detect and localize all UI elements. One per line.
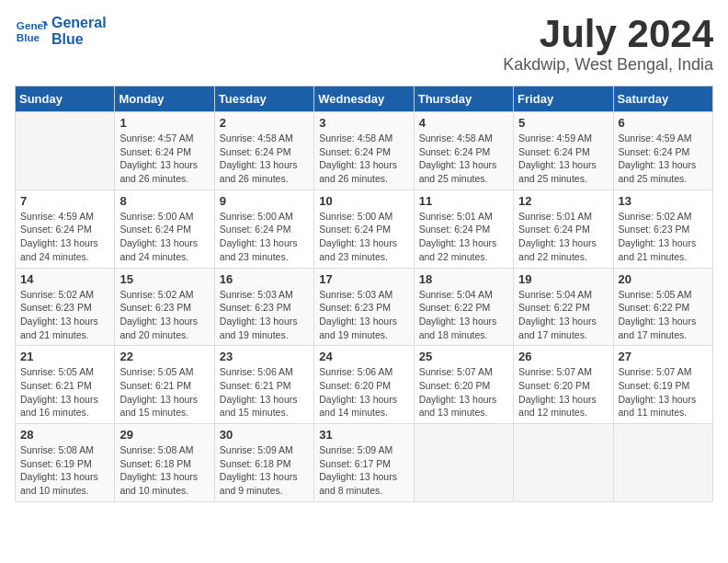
day-number: 11 <box>419 194 508 208</box>
day-number: 25 <box>419 350 508 363</box>
day-number: 27 <box>619 350 708 363</box>
day-number: 8 <box>119 194 209 208</box>
day-info: Sunrise: 4:58 AM Sunset: 6:24 PM Dayligh… <box>319 132 408 186</box>
day-number: 28 <box>20 428 109 442</box>
weekday-header-monday: Monday <box>115 86 214 112</box>
day-info: Sunrise: 5:02 AM Sunset: 6:23 PM Dayligh… <box>619 210 708 264</box>
day-number: 7 <box>20 194 109 208</box>
calendar-cell: 5Sunrise: 4:59 AM Sunset: 6:24 PM Daylig… <box>514 112 613 190</box>
day-number: 6 <box>619 116 708 130</box>
calendar-cell: 31Sunrise: 5:09 AM Sunset: 6:17 PM Dayli… <box>314 424 414 502</box>
svg-text:General: General <box>17 19 48 31</box>
day-number: 2 <box>220 116 309 130</box>
day-number: 1 <box>119 116 209 130</box>
day-number: 24 <box>319 350 408 363</box>
calendar-cell: 26Sunrise: 5:07 AM Sunset: 6:20 PM Dayli… <box>514 346 613 424</box>
calendar-cell: 11Sunrise: 5:01 AM Sunset: 6:24 PM Dayli… <box>414 190 513 268</box>
day-number: 15 <box>119 272 209 286</box>
day-info: Sunrise: 5:01 AM Sunset: 6:24 PM Dayligh… <box>518 210 608 264</box>
calendar-cell: 14Sunrise: 5:02 AM Sunset: 6:23 PM Dayli… <box>16 268 115 346</box>
calendar-cell: 20Sunrise: 5:05 AM Sunset: 6:22 PM Dayli… <box>613 268 712 346</box>
day-info: Sunrise: 5:00 AM Sunset: 6:24 PM Dayligh… <box>220 210 309 264</box>
calendar-week-row: 14Sunrise: 5:02 AM Sunset: 6:23 PM Dayli… <box>16 268 713 346</box>
day-info: Sunrise: 5:08 AM Sunset: 6:19 PM Dayligh… <box>20 443 109 498</box>
calendar-cell: 21Sunrise: 5:05 AM Sunset: 6:21 PM Dayli… <box>16 346 115 424</box>
calendar-cell <box>16 112 115 190</box>
day-info: Sunrise: 5:06 AM Sunset: 6:21 PM Dayligh… <box>220 365 309 419</box>
day-info: Sunrise: 5:06 AM Sunset: 6:20 PM Dayligh… <box>319 365 408 419</box>
calendar-cell: 16Sunrise: 5:03 AM Sunset: 6:23 PM Dayli… <box>214 268 313 346</box>
day-info: Sunrise: 5:04 AM Sunset: 6:22 PM Dayligh… <box>419 288 508 342</box>
title-block: July 2024 Kakdwip, West Bengal, India <box>503 15 713 75</box>
day-info: Sunrise: 4:59 AM Sunset: 6:24 PM Dayligh… <box>518 132 608 186</box>
calendar-cell: 8Sunrise: 5:00 AM Sunset: 6:24 PM Daylig… <box>115 190 214 268</box>
weekday-header-saturday: Saturday <box>613 86 712 112</box>
calendar-cell: 4Sunrise: 4:58 AM Sunset: 6:24 PM Daylig… <box>414 112 513 190</box>
calendar-cell: 27Sunrise: 5:07 AM Sunset: 6:19 PM Dayli… <box>613 346 712 424</box>
calendar-cell <box>613 424 712 502</box>
day-number: 13 <box>619 194 708 208</box>
calendar-cell: 28Sunrise: 5:08 AM Sunset: 6:19 PM Dayli… <box>16 424 115 502</box>
calendar-week-row: 7Sunrise: 4:59 AM Sunset: 6:24 PM Daylig… <box>16 190 713 268</box>
day-info: Sunrise: 4:58 AM Sunset: 6:24 PM Dayligh… <box>220 132 309 186</box>
weekday-header-tuesday: Tuesday <box>214 86 313 112</box>
weekday-header-sunday: Sunday <box>16 86 115 112</box>
day-info: Sunrise: 5:09 AM Sunset: 6:17 PM Dayligh… <box>319 443 408 498</box>
weekday-header-friday: Friday <box>514 86 613 112</box>
month-year-title: July 2024 <box>503 15 713 53</box>
day-number: 12 <box>518 194 608 208</box>
day-info: Sunrise: 5:09 AM Sunset: 6:18 PM Dayligh… <box>220 443 309 498</box>
calendar-week-row: 28Sunrise: 5:08 AM Sunset: 6:19 PM Dayli… <box>16 424 713 502</box>
day-number: 3 <box>319 116 408 130</box>
day-number: 17 <box>319 272 408 286</box>
day-info: Sunrise: 5:07 AM Sunset: 6:20 PM Dayligh… <box>518 365 608 419</box>
day-info: Sunrise: 5:07 AM Sunset: 6:19 PM Dayligh… <box>619 365 708 419</box>
calendar-cell: 18Sunrise: 5:04 AM Sunset: 6:22 PM Dayli… <box>414 268 513 346</box>
calendar-cell: 1Sunrise: 4:57 AM Sunset: 6:24 PM Daylig… <box>115 112 214 190</box>
calendar-cell: 24Sunrise: 5:06 AM Sunset: 6:20 PM Dayli… <box>314 346 414 424</box>
day-number: 30 <box>220 428 309 442</box>
day-number: 16 <box>220 272 309 286</box>
day-number: 23 <box>220 350 309 363</box>
day-info: Sunrise: 5:08 AM Sunset: 6:18 PM Dayligh… <box>119 443 209 498</box>
day-number: 26 <box>518 350 608 363</box>
day-info: Sunrise: 5:03 AM Sunset: 6:23 PM Dayligh… <box>220 288 309 342</box>
day-number: 14 <box>20 272 109 286</box>
calendar-week-row: 21Sunrise: 5:05 AM Sunset: 6:21 PM Dayli… <box>16 346 713 424</box>
calendar-cell: 3Sunrise: 4:58 AM Sunset: 6:24 PM Daylig… <box>314 112 414 190</box>
day-info: Sunrise: 5:05 AM Sunset: 6:21 PM Dayligh… <box>20 365 109 419</box>
calendar-cell: 25Sunrise: 5:07 AM Sunset: 6:20 PM Dayli… <box>414 346 513 424</box>
day-number: 9 <box>220 194 309 208</box>
location-subtitle: Kakdwip, West Bengal, India <box>503 55 713 75</box>
calendar-cell: 29Sunrise: 5:08 AM Sunset: 6:18 PM Dayli… <box>115 424 214 502</box>
svg-text:Blue: Blue <box>17 31 40 43</box>
calendar-cell: 22Sunrise: 5:05 AM Sunset: 6:21 PM Dayli… <box>115 346 214 424</box>
day-info: Sunrise: 5:02 AM Sunset: 6:23 PM Dayligh… <box>119 288 209 342</box>
day-number: 21 <box>20 350 109 363</box>
day-info: Sunrise: 5:05 AM Sunset: 6:22 PM Dayligh… <box>619 288 708 342</box>
calendar-cell: 23Sunrise: 5:06 AM Sunset: 6:21 PM Dayli… <box>214 346 313 424</box>
day-number: 10 <box>319 194 408 208</box>
day-number: 19 <box>518 272 608 286</box>
calendar-cell: 12Sunrise: 5:01 AM Sunset: 6:24 PM Dayli… <box>514 190 613 268</box>
day-info: Sunrise: 5:07 AM Sunset: 6:20 PM Dayligh… <box>419 365 508 419</box>
day-info: Sunrise: 5:03 AM Sunset: 6:23 PM Dayligh… <box>319 288 408 342</box>
logo-icon: General Blue <box>15 15 48 48</box>
calendar-cell: 13Sunrise: 5:02 AM Sunset: 6:23 PM Dayli… <box>613 190 712 268</box>
calendar-cell: 2Sunrise: 4:58 AM Sunset: 6:24 PM Daylig… <box>214 112 313 190</box>
day-info: Sunrise: 5:01 AM Sunset: 6:24 PM Dayligh… <box>419 210 508 264</box>
weekday-header-wednesday: Wednesday <box>314 86 414 112</box>
day-info: Sunrise: 4:58 AM Sunset: 6:24 PM Dayligh… <box>419 132 508 186</box>
day-number: 31 <box>319 428 408 442</box>
day-info: Sunrise: 4:59 AM Sunset: 6:24 PM Dayligh… <box>20 210 109 264</box>
day-info: Sunrise: 5:05 AM Sunset: 6:21 PM Dayligh… <box>119 365 209 419</box>
page-header: General Blue General Blue July 2024 Kakd… <box>15 15 713 75</box>
calendar-cell: 17Sunrise: 5:03 AM Sunset: 6:23 PM Dayli… <box>314 268 414 346</box>
calendar-cell: 7Sunrise: 4:59 AM Sunset: 6:24 PM Daylig… <box>16 190 115 268</box>
logo-blue: Blue <box>51 31 107 48</box>
calendar-cell: 15Sunrise: 5:02 AM Sunset: 6:23 PM Dayli… <box>115 268 214 346</box>
day-info: Sunrise: 5:00 AM Sunset: 6:24 PM Dayligh… <box>319 210 408 264</box>
day-info: Sunrise: 5:04 AM Sunset: 6:22 PM Dayligh… <box>518 288 608 342</box>
day-info: Sunrise: 5:00 AM Sunset: 6:24 PM Dayligh… <box>119 210 209 264</box>
calendar-cell: 19Sunrise: 5:04 AM Sunset: 6:22 PM Dayli… <box>514 268 613 346</box>
